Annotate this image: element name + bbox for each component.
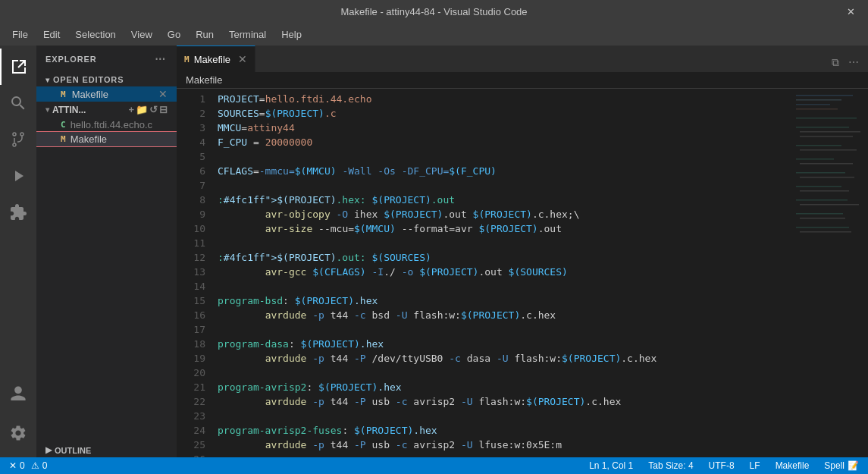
- code-line-17: [218, 322, 792, 337]
- code-line-26: [218, 452, 792, 457]
- svg-rect-16: [800, 190, 849, 192]
- code-line-16: avrdude -p t44 -c bsd -U flash:w:$(PROJE…: [218, 308, 792, 322]
- tab-size-label: Tab Size: 4: [648, 460, 693, 471]
- line-num-12: 12: [177, 250, 205, 265]
- new-file-icon[interactable]: ⋯: [153, 52, 168, 67]
- language-label: Makefile: [776, 460, 810, 471]
- file-makefile[interactable]: M Makefile: [36, 132, 177, 146]
- svg-rect-13: [796, 172, 845, 174]
- open-editor-makefile[interactable]: M Makefile ✕: [36, 86, 177, 102]
- svg-rect-17: [796, 199, 848, 201]
- svg-rect-22: [800, 231, 851, 233]
- close-editor-icon[interactable]: ✕: [158, 88, 168, 100]
- status-encoding[interactable]: UTF-8: [706, 460, 738, 471]
- menu-help[interactable]: Help: [275, 26, 308, 43]
- status-line-ending[interactable]: LF: [747, 460, 763, 471]
- activity-explorer[interactable]: [0, 49, 36, 85]
- spell-label: Spell: [824, 460, 844, 471]
- new-file-folder-icon[interactable]: +: [128, 104, 134, 115]
- svg-rect-15: [796, 186, 841, 187]
- open-editors-label: Open Editors: [53, 75, 124, 84]
- activity-search[interactable]: [0, 85, 36, 121]
- folder-arrow: ▾: [45, 105, 49, 114]
- line-num-7: 7: [177, 178, 205, 193]
- breadcrumb-filename[interactable]: Makefile: [186, 74, 222, 86]
- code-line-11: [218, 236, 792, 250]
- activity-extensions[interactable]: [0, 194, 36, 231]
- code-line-6: CFLAGS=-mmcu=$(MMCU) -Wall -Os -DF_CPU=$…: [218, 164, 792, 178]
- line-num-21: 21: [177, 380, 205, 394]
- makefile-folder-icon: M: [61, 134, 66, 144]
- folder-section[interactable]: ▾ ATTIN... + 📁 ↺ ⊟: [36, 102, 177, 118]
- sidebar-title: Explorer: [45, 55, 97, 64]
- code-line-21: program-avrisp2: $(PROJECT).hex: [218, 380, 792, 394]
- status-errors[interactable]: ✕ 0 ⚠ 0: [6, 460, 50, 471]
- status-right: Ln 1, Col 1 Tab Size: 4 UTF-8 LF Makefil…: [586, 460, 862, 471]
- open-editor-filename: Makefile: [72, 89, 108, 100]
- activity-source-control[interactable]: [0, 121, 36, 158]
- close-button[interactable]: ✕: [833, 0, 868, 23]
- line-num-2: 2: [177, 106, 205, 121]
- code-line-25: avrdude -p t44 -P usb -c avrisp2 -U lfus…: [218, 438, 792, 452]
- svg-rect-1: [796, 95, 853, 96]
- split-editor-icon[interactable]: ⧉: [829, 53, 842, 72]
- code-editor[interactable]: PROJECT=hello.ftdi.44.echoSOURCES=$(PROJ…: [215, 89, 792, 457]
- code-line-20: [218, 366, 792, 380]
- menu-terminal[interactable]: Terminal: [223, 26, 272, 43]
- status-position[interactable]: Ln 1, Col 1: [586, 460, 636, 471]
- line-num-16: 16: [177, 308, 205, 322]
- svg-rect-5: [796, 118, 857, 119]
- svg-rect-2: [796, 99, 841, 101]
- menu-go[interactable]: Go: [161, 26, 186, 43]
- status-tab-size[interactable]: Tab Size: 4: [645, 460, 696, 471]
- minimap: [792, 89, 868, 457]
- line-num-9: 9: [177, 207, 205, 221]
- makefile-icon: M: [61, 89, 66, 99]
- line-num-25: 25: [177, 438, 205, 452]
- more-actions-icon[interactable]: ⋯: [845, 53, 862, 72]
- line-num-17: 17: [177, 322, 205, 337]
- line-num-24: 24: [177, 423, 205, 438]
- code-line-9: avr-objcopy -O ihex $(PROJECT).out $(PRO…: [218, 207, 792, 221]
- svg-rect-0: [792, 89, 868, 457]
- menu-edit[interactable]: Edit: [37, 26, 66, 43]
- tab-close-icon[interactable]: ✕: [238, 53, 247, 65]
- tab-bar: M Makefile ✕ ⧉ ⋯: [177, 46, 868, 72]
- editor-content: 1234567891011121314151617181920212223242…: [177, 89, 868, 457]
- code-line-3: MMCU=attiny44: [218, 121, 792, 135]
- svg-rect-20: [800, 218, 845, 219]
- menu-run[interactable]: Run: [190, 26, 220, 43]
- status-left: ✕ 0 ⚠ 0: [6, 460, 50, 471]
- file-makefile-label: Makefile: [71, 133, 107, 145]
- new-folder-icon[interactable]: 📁: [136, 104, 148, 115]
- outline-section[interactable]: ▶ Outline: [36, 443, 177, 457]
- line-num-5: 5: [177, 149, 205, 164]
- collapse-icon[interactable]: ⊟: [159, 104, 168, 115]
- position-label: Ln 1, Col 1: [589, 460, 633, 471]
- menu-view[interactable]: View: [125, 26, 158, 43]
- sidebar-header: Explorer ⋯: [36, 46, 177, 73]
- status-language[interactable]: Makefile: [772, 460, 813, 471]
- tab-makefile-label: Makefile: [194, 54, 230, 65]
- line-num-8: 8: [177, 193, 205, 207]
- open-editors-section[interactable]: ▾ Open Editors: [36, 73, 177, 86]
- svg-rect-6: [796, 127, 849, 128]
- activity-run[interactable]: [0, 158, 36, 194]
- line-num-4: 4: [177, 135, 205, 149]
- refresh-icon[interactable]: ↺: [149, 104, 158, 115]
- code-line-7: [218, 178, 792, 193]
- line-num-11: 11: [177, 236, 205, 250]
- status-bar: ✕ 0 ⚠ 0 Ln 1, Col 1 Tab Size: 4 UTF-8 LF…: [0, 457, 868, 474]
- code-line-24: program-avrisp2-fuses: $(PROJECT).hex: [218, 423, 792, 438]
- activity-account[interactable]: [0, 375, 36, 412]
- activity-settings[interactable]: [0, 415, 36, 451]
- code-line-19: avrdude -p t44 -P /dev/ttyUSB0 -c dasa -…: [218, 351, 792, 366]
- menu-file[interactable]: File: [6, 26, 34, 43]
- code-line-23: [218, 409, 792, 423]
- code-line-1: PROJECT=hello.ftdi.44.echo: [218, 92, 792, 106]
- line-num-15: 15: [177, 294, 205, 308]
- tab-makefile[interactable]: M Makefile ✕: [177, 46, 255, 72]
- file-hello-c[interactable]: C hello.ftdi.44.echo.c: [36, 118, 177, 132]
- status-spell[interactable]: Spell 📝: [821, 460, 862, 471]
- menu-selection[interactable]: Selection: [69, 26, 121, 43]
